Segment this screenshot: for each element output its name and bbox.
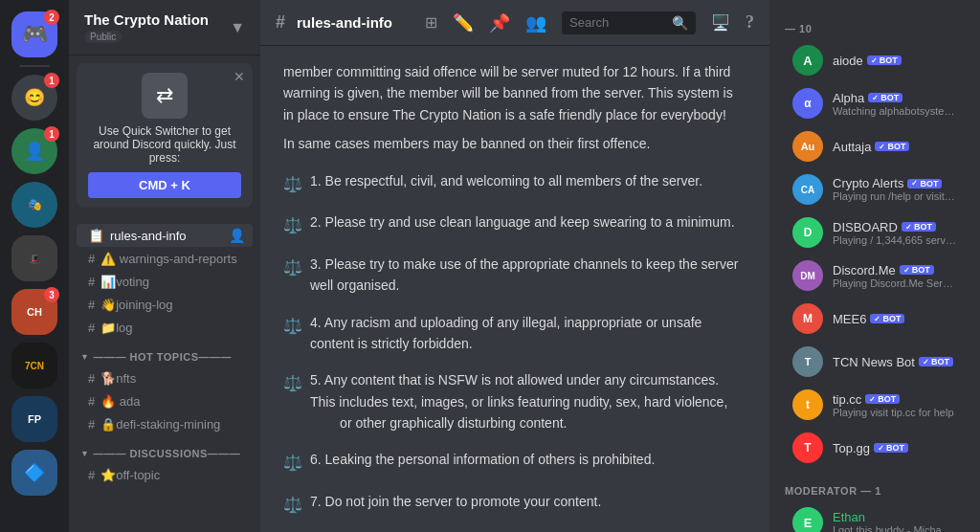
home-badge: 2 bbox=[44, 10, 59, 25]
channel-hash-icon: # bbox=[276, 12, 285, 33]
rule-5: ⚖️ 5. Any content that is NSFW is not al… bbox=[283, 369, 746, 433]
channel-item-joining-log[interactable]: # 👋joining-log bbox=[77, 294, 253, 316]
category-arrow-icon-2: ▼ bbox=[80, 449, 89, 458]
hashtag-icon[interactable]: ⊞ bbox=[425, 13, 437, 32]
members-icon[interactable]: 👥 bbox=[525, 12, 546, 33]
help-icon[interactable]: ? bbox=[746, 12, 754, 33]
server-icon-3[interactable]: 🎭 bbox=[11, 182, 57, 228]
member-topgg[interactable]: T Top.gg BOT bbox=[777, 427, 972, 469]
channel-item-rules-and-info[interactable]: 📋 rules-and-info 👤 bbox=[77, 224, 253, 247]
bot-badge-tipcc: BOT bbox=[865, 394, 900, 404]
search-input[interactable] bbox=[569, 15, 666, 30]
rule-6-text: 6. Leaking the personal information of o… bbox=[310, 449, 655, 470]
quick-switcher-arrows: ⇄ bbox=[142, 73, 188, 119]
channel-item-log[interactable]: # 📁log bbox=[77, 317, 253, 339]
member-crypto-alerts[interactable]: CA Crypto Alerts BOT Playing run /help o… bbox=[777, 168, 972, 211]
channel-item-ada[interactable]: # 🔥 ada bbox=[77, 390, 253, 412]
channel-item-voting[interactable]: # 📊voting bbox=[77, 271, 253, 293]
header-icons: ⊞ ✏️ 📌 👥 🔍 🖥️ ? bbox=[425, 11, 754, 34]
pin-icon[interactable]: 📌 bbox=[489, 12, 510, 33]
member-avatar-mee6: M bbox=[792, 303, 823, 334]
close-icon[interactable]: ✕ bbox=[234, 69, 245, 84]
channel-item-defi[interactable]: # 🔒defi-staking-mining bbox=[77, 413, 253, 435]
server-divider bbox=[19, 65, 50, 67]
hash-icon-7: # bbox=[88, 417, 95, 432]
rule-7-text: 7. Do not join the server to promote you… bbox=[310, 491, 601, 512]
server-icon-1[interactable]: 😊 1 bbox=[11, 75, 57, 121]
rule-5-emoji: ⚖️ bbox=[283, 371, 302, 396]
search-box[interactable]: 🔍 bbox=[562, 11, 696, 34]
members-category-bots: — 10 bbox=[769, 8, 980, 38]
channels-list: 📋 rules-and-info 👤 # ⚠️ warnings-and-rep… bbox=[69, 215, 260, 532]
rule-1: ⚖️ 1. Be respectful, civil, and welcomin… bbox=[283, 170, 746, 197]
quick-switcher-shortcut[interactable]: CMD + K bbox=[88, 172, 241, 198]
server-icon-8[interactable]: 🔷 bbox=[11, 450, 57, 496]
inbox-icon[interactable]: 🖥️ bbox=[711, 13, 730, 32]
message-text-1: member committing said offence will be s… bbox=[283, 61, 746, 125]
server-icon-home[interactable]: 🎮 2 bbox=[11, 11, 57, 57]
category-hot-topics: ▼ ——— HOT TOPICS——— bbox=[69, 340, 260, 366]
server-icon-4[interactable]: 🎩 bbox=[11, 235, 57, 281]
member-avatar-aiode: A bbox=[792, 45, 823, 76]
member-info-discord-me: Discord.Me BOT Playing Discord.Me Server… bbox=[833, 263, 957, 289]
member-info-tipcc: tip.cc BOT Playing visit tip.cc for help bbox=[833, 392, 957, 418]
channel-item-nfts[interactable]: # 🐕nfts bbox=[77, 367, 253, 389]
rule-4: ⚖️ 4. Any racism and uploading of any il… bbox=[283, 312, 746, 355]
member-info-topgg: Top.gg BOT bbox=[833, 441, 957, 455]
server-icon-2[interactable]: 👤 1 bbox=[11, 128, 57, 174]
bot-badge-tcn-news-bot: BOT bbox=[919, 357, 953, 366]
member-avatar-topgg: T bbox=[792, 432, 823, 463]
member-avatar-ethan: E bbox=[792, 507, 823, 532]
channel-name-off-topic: ⭐off-topic bbox=[100, 468, 245, 482]
server-icon-5[interactable]: CH 3 bbox=[11, 289, 57, 335]
member-disboard[interactable]: D DISBOARD BOT Playing / 1,344,665 serve… bbox=[777, 211, 972, 254]
member-avatar-disboard: D bbox=[792, 217, 823, 248]
message-intro: member committing said offence will be s… bbox=[283, 61, 746, 155]
server-name: The Crypto Nation bbox=[84, 11, 209, 28]
add-member-icon: 👤 bbox=[229, 228, 245, 243]
member-name-alpha: Alpha BOT bbox=[833, 91, 957, 105]
hash-icon-2: # bbox=[88, 275, 95, 289]
member-avatar-tcn-news-bot: T bbox=[792, 346, 823, 377]
member-alpha[interactable]: α Alpha BOT Watching alphabotsystem.com bbox=[777, 82, 972, 124]
badge-5: 3 bbox=[44, 287, 59, 302]
member-name-aiode: aiode BOT bbox=[833, 54, 957, 68]
member-status-crypto-alerts: Playing run /help or visit 🔗 t... bbox=[833, 190, 957, 203]
hash-icon: # bbox=[88, 252, 95, 266]
member-mee6[interactable]: M MEE6 BOT bbox=[777, 298, 972, 340]
category-label-discussions: ——— DISCUSSIONS——— bbox=[93, 448, 240, 459]
bot-badge-disboard: BOT bbox=[902, 222, 936, 232]
member-name-auttaja: Auttaja BOT bbox=[833, 140, 957, 154]
channel-sidebar: The Crypto Nation Public ▼ ✕ ⇄ Use Quick… bbox=[69, 0, 260, 532]
member-tcn-news-bot[interactable]: T TCN News Bot BOT bbox=[777, 341, 972, 383]
member-info-disboard: DISBOARD BOT Playing / 1,344,665 servers bbox=[833, 220, 957, 246]
hash-icon-6: # bbox=[88, 394, 95, 409]
member-info-auttaja: Auttaja BOT bbox=[833, 140, 957, 154]
chevron-down-icon: ▼ bbox=[230, 19, 245, 36]
server-icon-6[interactable]: 7CN bbox=[11, 343, 57, 388]
server-icon-7[interactable]: FP bbox=[11, 396, 57, 442]
channel-item-warnings[interactable]: # ⚠️ warnings-and-reports bbox=[77, 248, 253, 270]
member-ethan[interactable]: E Ethan I got this buddy - Michael Hun..… bbox=[777, 501, 972, 532]
server-list: 🎮 2 😊 1 👤 1 🎭 🎩 CH 3 7CN FP 🔷 bbox=[0, 0, 69, 532]
hash-icon-4: # bbox=[88, 321, 95, 335]
member-name-topgg: Top.gg BOT bbox=[833, 441, 957, 455]
member-tipcc[interactable]: t tip.cc BOT Playing visit tip.cc for he… bbox=[777, 384, 972, 426]
member-name-mee6: MEE6 BOT bbox=[833, 312, 957, 326]
bot-badge-alpha: BOT bbox=[868, 93, 902, 102]
sidebar-header[interactable]: The Crypto Nation Public ▼ bbox=[69, 0, 260, 55]
member-auttaja[interactable]: Au Auttaja BOT bbox=[777, 125, 972, 167]
member-avatar-alpha: α bbox=[792, 88, 823, 119]
member-info-alpha: Alpha BOT Watching alphabotsystem.com bbox=[833, 91, 957, 117]
pencil-icon[interactable]: ✏️ bbox=[453, 12, 474, 33]
messages-area: member committing said offence will be s… bbox=[260, 46, 769, 532]
member-aiode[interactable]: A aiode BOT bbox=[777, 39, 972, 81]
member-name-tipcc: tip.cc BOT bbox=[833, 392, 957, 407]
member-discord-me[interactable]: DM Discord.Me BOT Playing Discord.Me Ser… bbox=[777, 255, 972, 297]
member-info-ethan: Ethan I got this buddy - Michael Hun... bbox=[833, 510, 957, 533]
channel-item-off-topic[interactable]: # ⭐off-topic bbox=[77, 464, 253, 486]
member-name-ethan: Ethan bbox=[833, 510, 957, 524]
member-name-crypto-alerts: Crypto Alerts BOT bbox=[833, 176, 957, 190]
member-info-crypto-alerts: Crypto Alerts BOT Playing run /help or v… bbox=[833, 176, 957, 203]
main-content: # rules-and-info ⊞ ✏️ 📌 👥 🔍 🖥️ ? member … bbox=[260, 0, 769, 532]
